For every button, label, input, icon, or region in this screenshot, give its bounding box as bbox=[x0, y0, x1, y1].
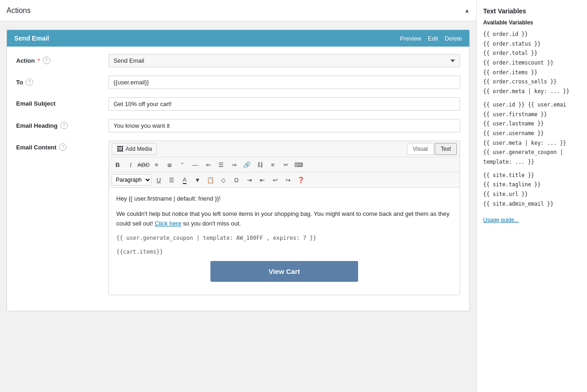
align-left-button[interactable]: ⇐ bbox=[202, 159, 214, 170]
card-title: Send Email bbox=[14, 35, 49, 42]
text-mode-button[interactable]: Text bbox=[435, 143, 457, 155]
insert-button[interactable]: ≡ bbox=[267, 159, 279, 170]
content-para-2: We couldn't help but notice that you lef… bbox=[116, 209, 452, 229]
variable-site-title: {{ site.title }} bbox=[483, 171, 581, 180]
heading-label-col: Email Heading ? bbox=[16, 119, 108, 129]
variable-site-url: {{ site.url }} bbox=[483, 190, 581, 199]
action-row: Action * ? Send Email bbox=[16, 54, 460, 67]
justify-button[interactable]: ☰ bbox=[166, 174, 178, 185]
hr-button[interactable]: — bbox=[189, 159, 201, 170]
align-right-button[interactable]: ⇒ bbox=[228, 159, 240, 170]
card-header: Send Email Preview Edit Delete bbox=[7, 30, 469, 47]
paragraph-select[interactable]: Paragraph bbox=[112, 174, 152, 185]
variable-user-generate-coupon: {{ user.generate_coupon | template: ... … bbox=[483, 148, 581, 166]
variable-order-status: {{ order.status }} bbox=[483, 39, 581, 49]
preview-button[interactable]: Preview bbox=[400, 35, 421, 42]
visual-mode-button[interactable]: Visual bbox=[407, 143, 434, 155]
bold-button[interactable]: B bbox=[112, 159, 124, 170]
ol-button[interactable]: ≣ bbox=[163, 159, 175, 170]
click-here-link[interactable]: Click here bbox=[155, 220, 181, 227]
edit-button[interactable]: Edit bbox=[428, 35, 438, 42]
variable-user-id-email: {{ user.id }} {{ user.emai bbox=[483, 100, 581, 110]
actions-title: Actions bbox=[6, 6, 30, 15]
font-color-button[interactable]: A bbox=[179, 174, 191, 185]
subject-control-col bbox=[108, 97, 460, 111]
view-cart-button[interactable]: View Cart bbox=[210, 261, 358, 282]
blockquote-button[interactable]: " bbox=[176, 159, 188, 170]
actions-header: Actions ▲ bbox=[0, 0, 476, 21]
undo-button[interactable]: ↩ bbox=[269, 174, 281, 185]
redo-button[interactable]: ↪ bbox=[282, 174, 294, 185]
right-panel: Text Variables Available Variables {{ or… bbox=[476, 0, 587, 392]
to-input[interactable] bbox=[108, 76, 460, 89]
editor-content[interactable]: Hey {{ user.firstname | default: friend … bbox=[109, 188, 460, 295]
paste-text-button[interactable]: 📋 bbox=[204, 174, 216, 185]
heading-input[interactable] bbox=[108, 119, 460, 132]
subject-label-col: Email Subject bbox=[16, 97, 108, 107]
collapse-icon[interactable]: ▲ bbox=[464, 7, 470, 14]
to-control-col bbox=[108, 76, 460, 89]
heading-label: Email Heading bbox=[16, 122, 58, 129]
main-panel: Actions ▲ Send Email Preview Edit Delete… bbox=[0, 0, 476, 392]
indent-button[interactable]: ⇥ bbox=[243, 174, 255, 185]
more-button[interactable]: ✂ bbox=[280, 159, 292, 170]
italic-button[interactable]: I bbox=[125, 159, 137, 170]
variable-order-cross-sells: {{ order.cross_sells }} bbox=[483, 77, 581, 87]
variables-subtitle: Available Variables bbox=[483, 19, 581, 26]
content-help-icon[interactable]: ? bbox=[59, 143, 66, 151]
variable-order-id: {{ order.id }} bbox=[483, 30, 581, 39]
card-body: Action * ? Send Email To ? bbox=[7, 47, 469, 311]
variable-order-items: {{ order.items }} bbox=[483, 68, 581, 77]
variable-site-tagline: {{ site.tagline }} bbox=[483, 180, 581, 190]
to-help-icon[interactable]: ? bbox=[26, 78, 33, 86]
content-para-1: Hey {{ user.firstname | default: friend … bbox=[116, 194, 452, 204]
ul-button[interactable]: ≡ bbox=[150, 159, 162, 170]
add-media-icon: 🖼 bbox=[117, 145, 123, 153]
strikethrough-button[interactable]: ABC bbox=[138, 159, 150, 170]
to-row: To ? bbox=[16, 76, 460, 89]
to-label-col: To ? bbox=[16, 76, 108, 86]
coupon-code: {{ user.generate_coupon | template: AW_1… bbox=[116, 234, 452, 243]
action-label-col: Action * ? bbox=[16, 54, 108, 64]
variable-site-admin-email: {{ site.admin_email }} bbox=[483, 199, 581, 209]
subject-input[interactable] bbox=[108, 97, 460, 111]
clear-button[interactable]: ◇ bbox=[217, 174, 229, 185]
heading-control-col bbox=[108, 119, 460, 132]
font-color-arrow[interactable]: ▼ bbox=[192, 174, 204, 185]
cart-items-code: {{cart.items}} bbox=[116, 248, 452, 256]
outdent-button[interactable]: ⇤ bbox=[256, 174, 268, 185]
action-control-col: Send Email bbox=[108, 54, 460, 67]
variable-order-itemscount: {{ order.itemscount }} bbox=[483, 58, 581, 68]
toolbar-row-2: Paragraph U ☰ A ▼ 📋 ◇ Ω ⇥ ⇤ ↩ ↪ bbox=[109, 172, 460, 188]
toolbar-row-1: B I ABC ≡ ≣ " — ⇐ ☰ ⇒ 🔗 ⛓ ≡ bbox=[109, 157, 460, 172]
variables-list: {{ order.id }} {{ order.status }} {{ ord… bbox=[483, 30, 581, 208]
subject-label: Email Subject bbox=[16, 100, 55, 107]
action-help-icon[interactable]: ? bbox=[43, 57, 50, 64]
keyboard-button[interactable]: ⌨ bbox=[293, 159, 305, 170]
action-select[interactable]: Send Email bbox=[108, 54, 460, 67]
action-required: * bbox=[37, 57, 40, 64]
heading-help-icon[interactable]: ? bbox=[60, 122, 68, 129]
link-button[interactable]: 🔗 bbox=[241, 159, 253, 170]
unlink-button[interactable]: ⛓ bbox=[254, 159, 266, 170]
variable-user-lastname: {{ user.lastname }} bbox=[483, 119, 581, 129]
variable-user-meta: {{ user.meta | key: ... }} bbox=[483, 138, 581, 148]
omega-button[interactable]: Ω bbox=[230, 174, 242, 185]
add-media-button[interactable]: 🖼 Add Media bbox=[112, 143, 157, 155]
underline-button[interactable]: U bbox=[153, 174, 165, 185]
variable-order-meta: {{ order.meta | key: ... }} bbox=[483, 87, 581, 96]
usage-guide-link[interactable]: Usage guide... bbox=[483, 217, 519, 223]
delete-button[interactable]: Delete bbox=[444, 35, 462, 42]
content-label-col: Email Content ? bbox=[16, 141, 108, 151]
help-toolbar-button[interactable]: ❓ bbox=[295, 174, 307, 185]
variable-order-total: {{ order.total }} bbox=[483, 48, 581, 58]
align-center-button[interactable]: ☰ bbox=[215, 159, 227, 170]
action-label: Action bbox=[16, 57, 35, 64]
variable-user-username: {{ user.username }} bbox=[483, 129, 581, 138]
content-row: Email Content ? 🖼 Add Media Visual bbox=[16, 141, 460, 295]
variable-user-firstname: {{ user.firstname }} bbox=[483, 110, 581, 119]
subject-row: Email Subject bbox=[16, 97, 460, 111]
heading-row: Email Heading ? bbox=[16, 119, 460, 132]
card-header-actions: Preview Edit Delete bbox=[400, 35, 462, 42]
variables-title: Text Variables bbox=[483, 7, 581, 15]
